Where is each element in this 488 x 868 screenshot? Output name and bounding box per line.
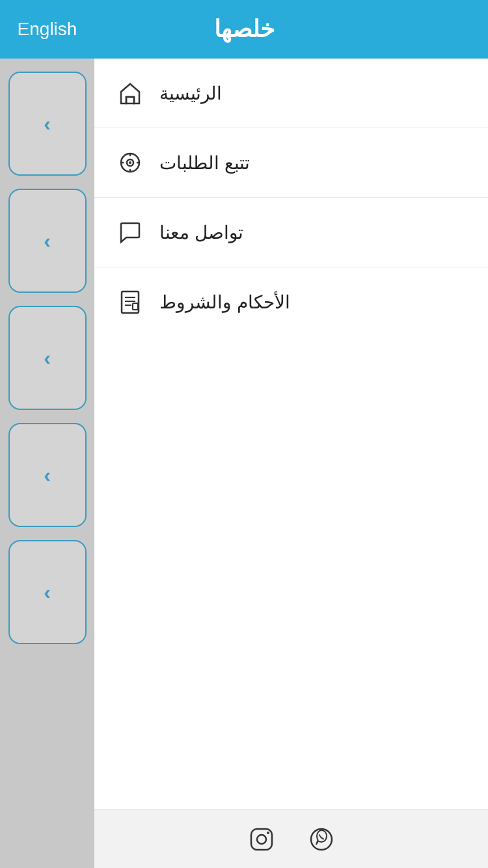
svg-point-3 (129, 161, 131, 164)
whatsapp-icon[interactable] (305, 822, 338, 856)
menu-label-contact: تواصل معنا (159, 222, 243, 243)
home-icon (114, 77, 146, 109)
menu-item-contact[interactable]: تواصل معنا (94, 198, 488, 267)
menu-item-terms[interactable]: الأحكام والشروط (94, 267, 488, 336)
chat-icon (114, 216, 146, 249)
chevron-left-icon: ‹ (44, 463, 51, 487)
chevron-left-icon: ‹ (44, 112, 51, 136)
svg-rect-0 (126, 97, 134, 103)
menu-item-home[interactable]: الرئيسية (94, 59, 488, 128)
main-content: الرئيسية تتبع الطلبات (94, 59, 488, 868)
track-icon (114, 146, 146, 179)
svg-point-14 (257, 835, 266, 844)
sidebar-card-1[interactable]: ‹ (8, 72, 87, 176)
terms-icon (114, 286, 146, 318)
sidebar-card-5[interactable]: ‹ (8, 540, 87, 644)
svg-point-15 (267, 832, 269, 834)
menu-label-home: الرئيسية (159, 83, 222, 104)
menu-list: الرئيسية تتبع الطلبات (94, 59, 488, 809)
svg-rect-12 (133, 303, 138, 310)
sidebar-card-4[interactable]: ‹ (8, 423, 87, 527)
sidebar-card-3[interactable]: ‹ (8, 306, 87, 410)
sidebar: ‹ ‹ ‹ ‹ ‹ (0, 59, 94, 868)
sidebar-card-2[interactable]: ‹ (8, 189, 87, 293)
menu-label-terms: الأحكام والشروط (159, 292, 290, 313)
menu-label-track: تتبع الطلبات (159, 152, 250, 174)
chevron-left-icon: ‹ (44, 229, 51, 253)
footer (94, 809, 488, 868)
chevron-left-icon: ‹ (44, 346, 51, 370)
menu-item-track[interactable]: تتبع الطلبات (94, 128, 488, 198)
chevron-left-icon: ‹ (44, 580, 51, 604)
instagram-icon[interactable] (245, 822, 278, 856)
svg-point-16 (311, 829, 332, 850)
app-title: خلصها (214, 16, 275, 43)
english-button[interactable]: English (0, 0, 94, 59)
app-header: English خلصها (0, 0, 488, 59)
